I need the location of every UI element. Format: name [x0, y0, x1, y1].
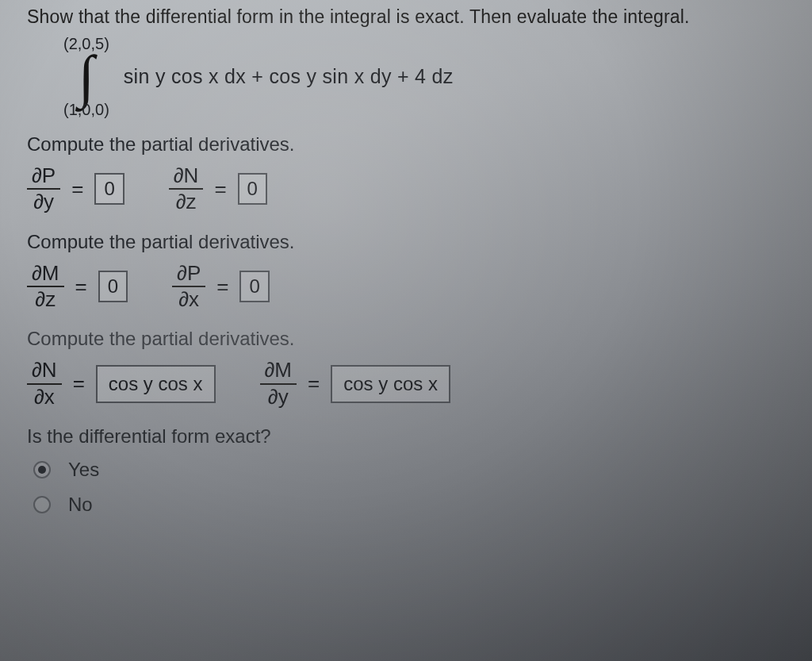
- integral-symbol: (2,0,5) ∫ (1,0,0): [63, 36, 109, 117]
- equals-sign: =: [211, 177, 229, 202]
- numerator: ∂N: [27, 359, 62, 384]
- option-yes-label: Yes: [68, 459, 99, 481]
- denominator: ∂z: [35, 287, 56, 310]
- numerator: ∂M: [27, 263, 64, 287]
- integral-glyph-icon: ∫: [79, 53, 94, 100]
- equals-sign: =: [70, 371, 88, 396]
- dM-dy-answer-input[interactable]: cos y cos x: [331, 365, 450, 403]
- dP-dx-pair: ∂P ∂x = 0: [172, 263, 270, 311]
- dN-dz-answer-input[interactable]: 0: [238, 173, 267, 205]
- dN-dz-fraction: ∂N ∂z: [169, 165, 204, 213]
- radio-icon[interactable]: [33, 496, 51, 513]
- denominator: ∂x: [34, 385, 55, 408]
- denominator: ∂y: [268, 385, 289, 408]
- dN-dz-pair: ∂N ∂z = 0: [169, 165, 267, 213]
- dM-dz-answer-input[interactable]: 0: [98, 271, 128, 302]
- dP-dy-pair: ∂P ∂y = 0: [27, 165, 124, 213]
- equals-sign: =: [304, 371, 323, 396]
- section1-row: ∂P ∂y = 0 ∂N ∂z = 0: [27, 165, 796, 213]
- numerator: ∂M: [260, 359, 297, 384]
- dM-dz-fraction: ∂M ∂z: [27, 263, 64, 311]
- dM-dy-fraction: ∂M ∂y: [260, 359, 297, 408]
- equals-sign: =: [213, 275, 232, 299]
- dP-dx-fraction: ∂P ∂x: [172, 263, 205, 311]
- dM-dy-pair: ∂M ∂y = cos y cos x: [260, 359, 450, 408]
- denominator: ∂z: [176, 190, 197, 213]
- section3-row: ∂N ∂x = cos y cos x ∂M ∂y = cos y cos x: [27, 359, 796, 408]
- dM-dz-pair: ∂M ∂z = 0: [27, 263, 128, 311]
- equals-sign: =: [68, 177, 86, 202]
- dP-dx-answer-input[interactable]: 0: [239, 271, 269, 302]
- section2-heading: Compute the partial derivatives.: [27, 231, 796, 253]
- numerator: ∂P: [172, 263, 205, 287]
- integral-lower-limit: (1,0,0): [63, 102, 109, 117]
- option-no[interactable]: No: [33, 494, 796, 516]
- dN-dx-pair: ∂N ∂x = cos y cos x: [27, 359, 216, 408]
- dP-dy-answer-input[interactable]: 0: [94, 173, 124, 205]
- problem-content: Show that the differential form in the i…: [0, 0, 812, 524]
- section2-row: ∂M ∂z = 0 ∂P ∂x = 0: [27, 263, 796, 311]
- numerator: ∂N: [169, 165, 204, 190]
- section3-heading: Compute the partial derivatives.: [27, 328, 796, 350]
- integral-expression: (2,0,5) ∫ (1,0,0) sin y cos x dx + cos y…: [63, 36, 796, 117]
- option-yes[interactable]: Yes: [33, 459, 796, 481]
- denominator: ∂y: [33, 190, 54, 213]
- numerator: ∂P: [27, 165, 60, 190]
- problem-prompt: Show that the differential form in the i…: [27, 6, 796, 28]
- dN-dx-fraction: ∂N ∂x: [27, 359, 62, 408]
- dN-dx-answer-input[interactable]: cos y cos x: [96, 365, 216, 403]
- radio-icon[interactable]: [33, 461, 51, 478]
- dP-dy-fraction: ∂P ∂y: [27, 165, 60, 213]
- integrand-text: sin y cos x dx + cos y sin x dy + 4 dz: [124, 65, 454, 88]
- equals-sign: =: [72, 275, 90, 299]
- exact-options: Yes No: [33, 459, 796, 516]
- exact-question: Is the differential form exact?: [27, 425, 796, 448]
- denominator: ∂x: [178, 287, 199, 310]
- option-no-label: No: [68, 494, 93, 516]
- section1-heading: Compute the partial derivatives.: [27, 133, 796, 156]
